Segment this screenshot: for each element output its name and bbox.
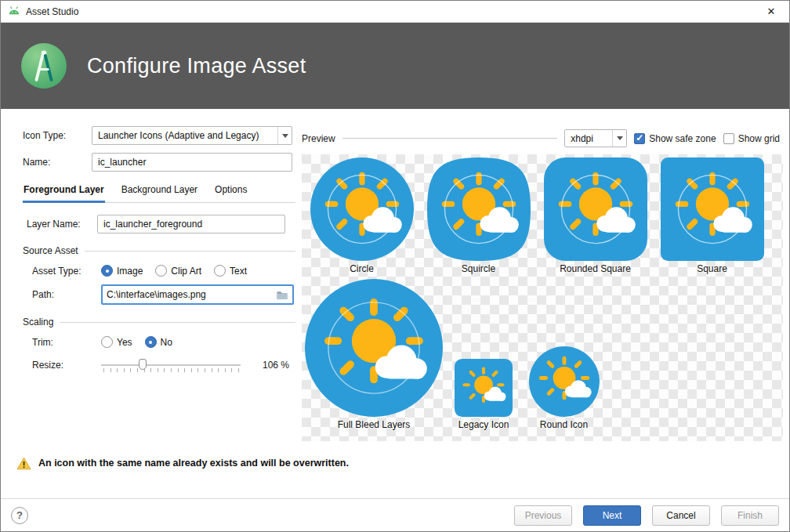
trim-no-label: No xyxy=(161,337,172,348)
trim-row: Trim: Yes No xyxy=(23,336,297,348)
show-safe-zone-checkbox[interactable]: Show safe zone xyxy=(634,133,716,144)
radio-icon xyxy=(101,336,113,348)
android-app-icon xyxy=(8,6,20,16)
resize-row: Resize: 106 % xyxy=(23,356,297,375)
show-grid-label: Show grid xyxy=(738,133,780,144)
cancel-button[interactable]: Cancel xyxy=(652,505,710,526)
group-divider xyxy=(60,322,295,323)
dialog-title: Configure Image Asset xyxy=(87,54,306,78)
asset-type-text-label: Text xyxy=(230,266,247,277)
trim-no-radio[interactable]: No xyxy=(145,336,172,348)
name-input[interactable] xyxy=(92,153,292,172)
asset-type-clipart-label: Clip Art xyxy=(171,266,201,277)
show-grid-checkbox[interactable]: Show grid xyxy=(723,133,780,144)
checkbox-icon xyxy=(723,133,734,144)
help-button[interactable]: ? xyxy=(11,507,28,524)
asset-type-clipart-radio[interactable]: Clip Art xyxy=(155,265,201,277)
next-button[interactable]: Next xyxy=(583,505,641,526)
dialog-header: Configure Image Asset xyxy=(1,23,789,109)
tile-label: Full Bleed Layers xyxy=(338,419,411,430)
footer: ? Previous Next Cancel Finish xyxy=(1,498,789,531)
resize-label: Resize: xyxy=(32,360,101,371)
preview-row-2: Full Bleed Layers Legacy Icon xyxy=(303,279,783,430)
preview-panel: Preview xhdpi Show safe zone Show grid xyxy=(297,109,789,451)
chevron-down-icon xyxy=(277,127,292,144)
preview-tile-round[interactable]: Round Icon xyxy=(523,346,605,430)
asset-type-label: Asset Type: xyxy=(32,266,101,277)
titlebar: Asset Studio ✕ xyxy=(1,1,789,23)
folder-browse-icon[interactable] xyxy=(274,288,290,302)
scaling-group-label: Scaling xyxy=(23,317,53,328)
preview-tile-full-bleed[interactable]: Full Bleed Layers xyxy=(303,279,444,430)
rounded-square-icon xyxy=(544,157,647,261)
layer-name-input[interactable] xyxy=(97,215,285,233)
layer-name-label: Layer Name: xyxy=(27,219,97,230)
slider-ticks xyxy=(103,368,241,372)
finish-button[interactable]: Finish xyxy=(721,505,779,526)
tab-background-layer[interactable]: Background Layer xyxy=(121,182,198,202)
preview-tile-legacy[interactable]: Legacy Icon xyxy=(444,359,523,430)
preview-tile-circle[interactable]: Circle xyxy=(303,157,420,274)
layer-name-row: Layer Name: xyxy=(23,215,297,233)
main-content: Icon Type: Launcher Icons (Adaptive and … xyxy=(1,109,789,451)
trim-label: Trim: xyxy=(32,337,101,348)
resize-slider[interactable] xyxy=(101,356,241,375)
preview-tile-square[interactable]: Square xyxy=(654,157,770,274)
density-dropdown[interactable]: xhdpi xyxy=(564,129,627,147)
icon-type-value: Launcher Icons (Adaptive and Legacy) xyxy=(98,130,259,141)
asset-type-image-radio[interactable]: Image xyxy=(101,265,143,277)
group-divider xyxy=(85,251,295,252)
close-button[interactable]: ✕ xyxy=(753,1,789,22)
layer-tabs: Foreground Layer Background Layer Option… xyxy=(23,182,295,203)
source-asset-group: Source Asset xyxy=(23,245,295,256)
tab-foreground-layer[interactable]: Foreground Layer xyxy=(23,182,105,203)
chevron-down-icon xyxy=(612,130,626,147)
radio-icon xyxy=(155,265,167,277)
source-asset-group-label: Source Asset xyxy=(23,245,78,256)
resize-slider-thumb[interactable] xyxy=(139,359,147,370)
full-bleed-icon xyxy=(305,279,443,417)
resize-value: 106 % xyxy=(263,360,289,371)
form-panel: Icon Type: Launcher Icons (Adaptive and … xyxy=(1,109,297,451)
previous-button[interactable]: Previous xyxy=(514,505,572,526)
asset-type-image-label: Image xyxy=(117,266,143,277)
radio-selected-icon xyxy=(101,265,113,277)
show-safe-zone-label: Show safe zone xyxy=(649,133,716,144)
path-label: Path: xyxy=(32,289,101,300)
density-value: xhdpi xyxy=(571,133,593,144)
preview-row-1: Circle Squircle xyxy=(303,157,783,274)
trim-yes-radio[interactable]: Yes xyxy=(101,336,132,348)
checkbox-checked-icon xyxy=(634,133,645,144)
trim-radio-group: Yes No xyxy=(101,336,172,348)
preview-header: Preview xhdpi Show safe zone Show grid xyxy=(302,129,783,147)
warning-text: An icon with the same name already exist… xyxy=(38,458,349,469)
preview-label: Preview xyxy=(302,133,335,144)
asset-type-text-radio[interactable]: Text xyxy=(214,265,247,277)
android-studio-logo-icon xyxy=(21,43,67,89)
path-field xyxy=(101,284,294,305)
legacy-icon xyxy=(455,359,513,417)
tile-label: Round Icon xyxy=(540,419,588,430)
preview-divider xyxy=(342,138,558,139)
preview-tile-rounded-square[interactable]: Rounded Square xyxy=(537,157,654,274)
radio-selected-icon xyxy=(145,336,157,348)
icon-type-dropdown[interactable]: Launcher Icons (Adaptive and Legacy) xyxy=(92,126,292,145)
path-row: Path: xyxy=(23,284,297,305)
name-label: Name: xyxy=(23,157,92,168)
scaling-group: Scaling xyxy=(23,317,295,328)
preview-tile-squircle[interactable]: Squircle xyxy=(420,157,537,274)
radio-icon xyxy=(214,265,226,277)
trim-yes-label: Yes xyxy=(117,337,132,348)
window-title: Asset Studio xyxy=(26,6,78,17)
spacer xyxy=(1,475,789,498)
round-icon xyxy=(529,346,600,417)
circle-icon xyxy=(310,157,414,261)
slider-track xyxy=(101,364,241,366)
asset-type-row: Asset Type: Image Clip Art Text xyxy=(23,265,297,277)
tile-label: Squircle xyxy=(462,263,495,274)
tile-label: Rounded Square xyxy=(560,263,631,274)
icon-type-label: Icon Type: xyxy=(23,130,92,141)
warning-row: An icon with the same name already exist… xyxy=(1,451,789,475)
tab-options[interactable]: Options xyxy=(214,182,248,202)
path-input[interactable] xyxy=(107,289,274,300)
